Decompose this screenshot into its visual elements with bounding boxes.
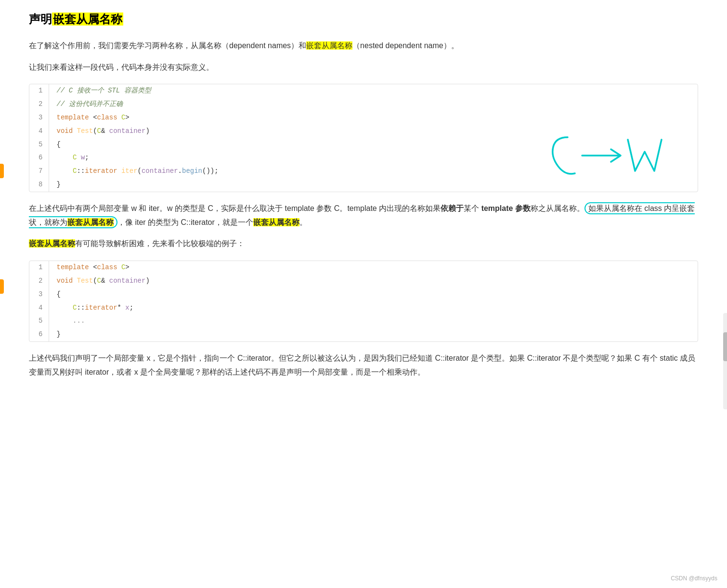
title-highlight: 嵌套从属名称	[52, 13, 123, 26]
code-row: 6 }	[29, 328, 698, 341]
watermark: CSDN @dfnsyyds	[671, 574, 717, 583]
p3-highlight: 嵌套从属名称	[67, 218, 114, 226]
left-accent-bar-1	[0, 164, 4, 178]
code-row: 3 {	[29, 288, 698, 301]
p1-text: 在了解这个作用前，我们需要先学习两种名称，从属名称（dependent name…	[29, 41, 306, 50]
line-code: C::iterator* x;	[49, 301, 698, 315]
p5-text: 上述代码我们声明了一个局部变量 x，它是个指针，指向一个 C::iterator…	[29, 354, 695, 376]
line-code: }	[49, 328, 698, 341]
p1-after: （nested dependent name）。	[352, 41, 459, 50]
code-block-1: 1 // C 接收一个 STL 容器类型 2 // 这份代码并不正确 3 tem…	[29, 84, 698, 192]
code-row: 7 C::iterator iter(container.begin());	[29, 165, 698, 178]
line-code: }	[49, 178, 698, 192]
paragraph-3: 在上述代码中有两个局部变量 w 和 iter。w 的类型是 C，实际是什么取决于…	[29, 202, 698, 230]
paragraph-5: 上述代码我们声明了一个局部变量 x，它是个指针，指向一个 C::iterator…	[29, 352, 698, 379]
line-code: void Test(C& container)	[49, 125, 698, 138]
title-text-plain: 声明	[29, 13, 52, 26]
bold-text-2: template 参数	[481, 204, 531, 212]
line-code: void Test(C& container)	[49, 274, 698, 288]
code-row: 5 {	[29, 138, 698, 152]
code-row: 4 void Test(C& container)	[29, 125, 698, 138]
line-code: template <class C>	[49, 111, 698, 125]
line-code: // C 接收一个 STL 容器类型	[49, 84, 698, 98]
p2-text: 让我们来看这样一段代码，代码本身并没有实际意义。	[29, 63, 214, 71]
code-row: 1 template <class C>	[29, 261, 698, 274]
code-row: 2 void Test(C& container)	[29, 274, 698, 288]
line-number: 6	[29, 151, 49, 165]
p1-highlight: 嵌套从属名称	[306, 41, 352, 50]
p3-highlight2: 嵌套从属名称	[253, 218, 299, 226]
code-row: 1 // C 接收一个 STL 容器类型	[29, 84, 698, 98]
p4-after: 有可能导致解析困难，先来看个比较极端的例子：	[75, 239, 245, 248]
line-number: 7	[29, 165, 49, 178]
line-number: 6	[29, 328, 49, 341]
paragraph-4: 嵌套从属名称有可能导致解析困难，先来看个比较极端的例子：	[29, 237, 698, 251]
line-code: ...	[49, 314, 698, 328]
line-number: 2	[29, 274, 49, 288]
code-row: 5 ...	[29, 314, 698, 328]
code-row: 2 // 这份代码并不正确	[29, 98, 698, 111]
line-number: 1	[29, 261, 49, 274]
code-table-1: 1 // C 接收一个 STL 容器类型 2 // 这份代码并不正确 3 tem…	[29, 84, 698, 191]
code-row: 4 C::iterator* x;	[29, 301, 698, 315]
paragraph-1: 在了解这个作用前，我们需要先学习两种名称，从属名称（dependent name…	[29, 39, 698, 53]
line-code: C w;	[49, 151, 698, 165]
line-number: 1	[29, 84, 49, 98]
left-accent-bar-2	[0, 279, 4, 294]
section-title: 声明嵌套从属名称	[29, 10, 698, 29]
code-table-2: 1 template <class C> 2 void Test(C& cont…	[29, 261, 698, 341]
line-code: // 这份代码并不正确	[49, 98, 698, 111]
line-number: 4	[29, 301, 49, 315]
line-code: {	[49, 138, 698, 152]
line-code: {	[49, 288, 698, 301]
code-row: 8 }	[29, 178, 698, 192]
page-container: 声明嵌套从属名称 在了解这个作用前，我们需要先学习两种名称，从属名称（depen…	[0, 0, 727, 588]
line-number: 5	[29, 314, 49, 328]
p4-highlight: 嵌套从属名称	[29, 239, 75, 248]
line-number: 2	[29, 98, 49, 111]
line-number: 4	[29, 125, 49, 138]
code-row: 6 C w;	[29, 151, 698, 165]
line-number: 3	[29, 288, 49, 301]
scrollbar-thumb[interactable]	[723, 332, 727, 361]
line-code: template <class C>	[49, 261, 698, 274]
code-row: 3 template <class C>	[29, 111, 698, 125]
line-number: 5	[29, 138, 49, 152]
paragraph-2: 让我们来看这样一段代码，代码本身并没有实际意义。	[29, 61, 698, 75]
code-block-2: 1 template <class C> 2 void Test(C& cont…	[29, 261, 698, 342]
bold-text-1: 依赖于	[441, 204, 464, 212]
scrollbar-track[interactable]	[723, 313, 727, 409]
cyan-oval-text: 如果从属名称在 class 内呈嵌套状，就称为嵌套从属名称	[29, 202, 695, 228]
line-number: 8	[29, 178, 49, 192]
line-number: 3	[29, 111, 49, 125]
line-code: C::iterator iter(container.begin());	[49, 165, 698, 178]
